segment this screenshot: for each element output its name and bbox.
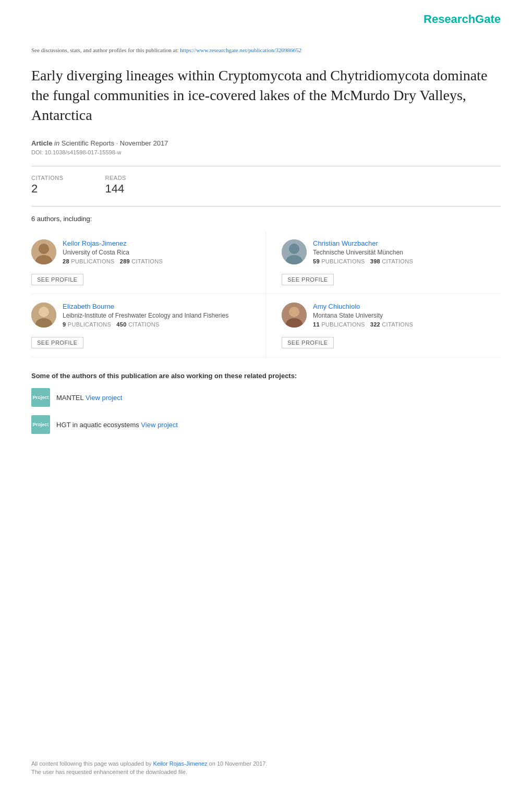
see-profile-button-3[interactable]: SEE PROFILE bbox=[31, 337, 83, 348]
svg-point-4 bbox=[289, 244, 299, 254]
citations-value: 2 bbox=[31, 182, 64, 196]
doi-line: DOI: 10.1038/s41598-017-15598-w bbox=[31, 149, 501, 155]
author-card-4: Amy Chiuchiolo Montana State University … bbox=[266, 294, 501, 357]
article-type: Article bbox=[31, 139, 52, 147]
authors-count: 6 authors bbox=[31, 215, 59, 223]
author-top-4: Amy Chiuchiolo Montana State University … bbox=[282, 303, 501, 328]
footer-line-2: The user has requested enhancement of th… bbox=[31, 769, 501, 775]
citations-block: CITATIONS 2 bbox=[31, 175, 64, 196]
svg-point-7 bbox=[39, 307, 49, 317]
svg-point-1 bbox=[39, 244, 49, 254]
stats-row: CITATIONS 2 READS 144 bbox=[31, 175, 501, 196]
author-name-1[interactable]: Keilor Rojas-Jimenez bbox=[63, 239, 163, 247]
author-avatar-1 bbox=[31, 239, 56, 264]
see-profile-button-1[interactable]: SEE PROFILE bbox=[31, 274, 83, 285]
author-affiliation-3: Leibniz-Institute of Freshwater Ecology … bbox=[63, 312, 228, 319]
project-item-1: Project MANTEL View project bbox=[31, 388, 501, 407]
author-stats-1: 28 PUBLICATIONS 289 CITATIONS bbox=[63, 258, 163, 264]
authors-heading-suffix: , including: bbox=[59, 215, 92, 223]
project-link-2[interactable]: View project bbox=[141, 421, 178, 429]
project-icon-1: Project bbox=[31, 388, 50, 407]
project-text-1: MANTEL View project bbox=[56, 394, 122, 402]
reads-label: READS bbox=[105, 175, 126, 181]
authors-heading: 6 authors, including: bbox=[31, 215, 501, 223]
see-discussions-line: See discussions, stats, and author profi… bbox=[31, 47, 501, 53]
project-name-2: HGT in aquatic ecosystems bbox=[56, 421, 139, 429]
footer: All content following this page was uplo… bbox=[31, 760, 501, 777]
article-date: November 2017 bbox=[120, 139, 168, 147]
author-top-3: Elizabeth Bourne Leibniz-Institute of Fr… bbox=[31, 303, 250, 328]
see-profile-button-4[interactable]: SEE PROFILE bbox=[282, 337, 334, 348]
see-discussions-text: See discussions, stats, and author profi… bbox=[31, 47, 179, 53]
author-name-2[interactable]: Christian Wurzbacher bbox=[313, 239, 413, 247]
author-info-4: Amy Chiuchiolo Montana State University … bbox=[313, 303, 413, 328]
article-date-separator: · bbox=[116, 139, 120, 147]
project-icon-2: Project bbox=[31, 415, 50, 434]
project-link-1[interactable]: View project bbox=[86, 394, 123, 402]
divider-top bbox=[31, 166, 501, 166]
related-projects-heading: Some of the authors of this publication … bbox=[31, 372, 501, 380]
footer-line-1: All content following this page was uplo… bbox=[31, 760, 501, 767]
author-top-2: Christian Wurzbacher Technische Universi… bbox=[282, 239, 501, 264]
author-avatar-2 bbox=[282, 239, 307, 264]
researchgate-logo[interactable]: ResearchGate bbox=[424, 13, 501, 26]
author-info-3: Elizabeth Bourne Leibniz-Institute of Fr… bbox=[63, 303, 228, 328]
author-affiliation-1: University of Costa Rica bbox=[63, 249, 163, 256]
authors-grid: Keilor Rojas-Jimenez University of Costa… bbox=[31, 231, 501, 357]
author-stats-2: 59 PUBLICATIONS 398 CITATIONS bbox=[313, 258, 413, 264]
author-affiliation-4: Montana State University bbox=[313, 312, 413, 319]
project-name-1: MANTEL bbox=[56, 394, 83, 402]
see-profile-button-2[interactable]: SEE PROFILE bbox=[282, 274, 334, 285]
journal-name: Scientific Reports bbox=[62, 139, 114, 147]
article-title: Early diverging lineages within Cryptomy… bbox=[31, 66, 501, 125]
project-text-2: HGT in aquatic ecosystems View project bbox=[56, 421, 178, 429]
author-stats-3: 9 PUBLICATIONS 450 CITATIONS bbox=[63, 321, 228, 328]
reads-block: READS 144 bbox=[105, 175, 126, 196]
footer-prefix: All content following this page was uplo… bbox=[31, 760, 152, 767]
author-avatar-4 bbox=[282, 303, 307, 328]
author-info-1: Keilor Rojas-Jimenez University of Costa… bbox=[63, 239, 163, 264]
author-avatar-3 bbox=[31, 303, 56, 328]
author-top-1: Keilor Rojas-Jimenez University of Costa… bbox=[31, 239, 250, 264]
author-card-1: Keilor Rojas-Jimenez University of Costa… bbox=[31, 231, 266, 294]
author-stats-4: 11 PUBLICATIONS 322 CITATIONS bbox=[313, 321, 413, 328]
in-label: in bbox=[54, 139, 62, 147]
author-affiliation-2: Technische Universität München bbox=[313, 249, 413, 256]
footer-uploader-link[interactable]: Keilor Rojas-Jimenez bbox=[153, 760, 208, 767]
page-wrapper: ResearchGate See discussions, stats, and… bbox=[0, 0, 532, 798]
author-name-4[interactable]: Amy Chiuchiolo bbox=[313, 303, 413, 310]
publication-link[interactable]: https://www.researchgate.net/publication… bbox=[180, 47, 301, 53]
author-info-2: Christian Wurzbacher Technische Universi… bbox=[313, 239, 413, 264]
article-meta: Article in Scientific Reports · November… bbox=[31, 139, 501, 147]
footer-suffix: on 10 November 2017. bbox=[209, 760, 268, 767]
project-item-2: Project HGT in aquatic ecosystems View p… bbox=[31, 415, 501, 434]
divider-bottom bbox=[31, 206, 501, 207]
author-name-3[interactable]: Elizabeth Bourne bbox=[63, 303, 228, 310]
svg-point-10 bbox=[289, 307, 299, 317]
author-card-2: Christian Wurzbacher Technische Universi… bbox=[266, 231, 501, 294]
author-card-3: Elizabeth Bourne Leibniz-Institute of Fr… bbox=[31, 294, 266, 357]
citations-label: CITATIONS bbox=[31, 175, 64, 181]
reads-value: 144 bbox=[105, 182, 126, 196]
